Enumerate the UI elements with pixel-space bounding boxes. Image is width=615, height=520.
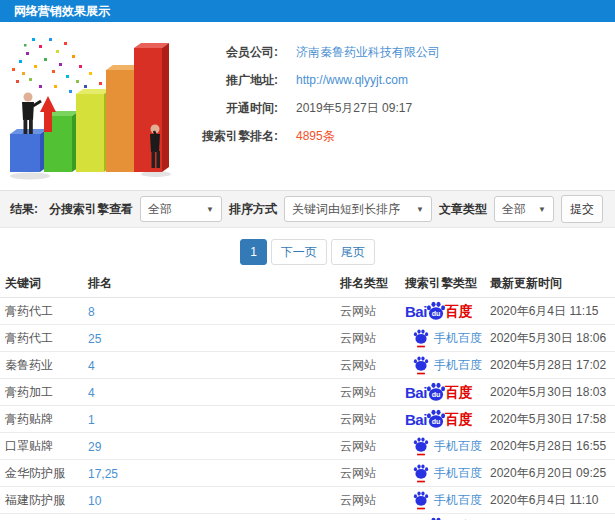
cell-rank-type: 云网站: [340, 411, 405, 428]
cell-engine: 手机百度: [405, 352, 490, 379]
cell-keyword: 口罩贴牌: [0, 438, 88, 455]
table-row: 金华防护服 17,25 云网站 手机百度 2020年6月20日 09:25: [0, 460, 615, 487]
businessman-right: [150, 125, 160, 169]
cell-rank-type: 云网站: [340, 357, 405, 374]
sort-label: 排序方式: [229, 201, 277, 218]
next-page-button[interactable]: 下一页: [271, 239, 327, 265]
engine-view-select[interactable]: 全部 ▼: [140, 196, 222, 222]
cell-rank[interactable]: 25: [88, 332, 340, 346]
result-label: 结果:: [10, 201, 38, 218]
cell-rank[interactable]: 17,25: [88, 467, 340, 481]
cell-updated: 2020年5月30日 17:58: [490, 411, 615, 428]
rank-count-value: 4895条: [296, 128, 335, 145]
mobile-baidu-label: 手机百度: [434, 330, 482, 347]
baidu-logo[interactable]: Baidu百度: [405, 409, 473, 431]
cell-updated: 2020年6月20日 09:25: [490, 465, 615, 482]
chevron-down-icon: ▼: [416, 205, 424, 214]
cell-updated: 2020年5月28日 16:55: [490, 438, 615, 455]
cell-updated: 2020年5月28日 17:02: [490, 357, 615, 374]
cell-rank[interactable]: 1: [88, 413, 340, 427]
mobile-baidu-logo[interactable]: 手机百度: [413, 329, 482, 348]
summary-section: 会员公司: 济南秦鲁药业科技有限公司 推广地址: http://www.qlyy…: [0, 22, 615, 190]
cell-engine: 手机百度: [405, 433, 490, 460]
baidu-logo[interactable]: Baidu百度: [405, 301, 473, 323]
cell-rank[interactable]: 4: [88, 386, 340, 400]
table-row: 膏药代工 8 云网站 Baidu百度 2020年6月4日 11:15: [0, 298, 615, 325]
cell-keyword: 福建防护服: [0, 492, 88, 509]
cell-keyword: 膏药代工: [0, 303, 88, 320]
cell-keyword: 膏药代工: [0, 330, 88, 347]
chevron-down-icon: ▼: [538, 205, 546, 214]
businessman-left: [22, 93, 41, 135]
article-type-select[interactable]: 全部 ▼: [494, 196, 554, 222]
table-row: 膏药加工 4 云网站 Baidu百度 2020年5月30日 18:03: [0, 379, 615, 406]
cell-engine: Baidu百度: [405, 298, 490, 325]
baidu-logo-cn: 百度: [445, 303, 473, 321]
cell-rank[interactable]: 4: [88, 359, 340, 373]
col-header-rank-type: 排名类型: [340, 275, 405, 292]
baidu-logo-cn: 百度: [445, 384, 473, 402]
info-row-url: 推广地址: http://www.qlyyjt.com: [178, 66, 440, 94]
svg-text:du: du: [432, 391, 441, 399]
pagination: 1 下一页 尾页: [0, 239, 615, 265]
cell-rank[interactable]: 8: [88, 305, 340, 319]
baidu-logo-bai: Bai: [405, 384, 427, 401]
last-page-button[interactable]: 尾页: [331, 239, 375, 265]
table-row: 福建防护服 10 云网站 手机百度 2020年6月4日 11:10: [0, 487, 615, 514]
member-info-panel: 会员公司: 济南秦鲁药业科技有限公司 推广地址: http://www.qlyy…: [178, 30, 440, 190]
sort-select[interactable]: 关键词由短到长排序 ▼: [284, 196, 432, 222]
promo-url-value[interactable]: http://www.qlyyjt.com: [296, 73, 408, 87]
cell-rank[interactable]: 10: [88, 494, 340, 508]
col-header-keyword: 关键词: [0, 275, 88, 292]
marketing-clipart-image: [0, 30, 178, 190]
cell-engine: 手机百度: [405, 460, 490, 487]
promo-url-label: 推广地址:: [178, 72, 278, 89]
cell-keyword: 膏药贴牌: [0, 411, 88, 428]
table-row: 膏药代工 25 云网站 手机百度 2020年5月30日 18:06: [0, 325, 615, 352]
chevron-down-icon: ▼: [206, 205, 214, 214]
svg-text:du: du: [432, 310, 441, 318]
info-row-rank-count: 搜索引擎排名: 4895条: [178, 122, 440, 150]
mobile-baidu-label: 手机百度: [434, 357, 482, 374]
baidu-logo[interactable]: Baidu百度: [405, 382, 473, 404]
cell-rank-type: 云网站: [340, 303, 405, 320]
filter-bar: 结果: 分搜索引擎查看 全部 ▼ 排序方式 关键词由短到长排序 ▼ 文章类型 全…: [0, 190, 615, 228]
cell-keyword: 膏药加工: [0, 384, 88, 401]
engine-view-label: 分搜索引擎查看: [49, 201, 133, 218]
cell-engine: Baidu百度: [405, 406, 490, 433]
col-header-rank: 排名: [88, 275, 340, 292]
mobile-baidu-logo[interactable]: 手机百度: [413, 437, 482, 456]
rank-count-label: 搜索引擎排名:: [178, 128, 278, 145]
keyword-ranking-table: 关键词 排名 排名类型 搜索引擎类型 最新更新时间 膏药代工 8 云网站 Bai…: [0, 270, 615, 520]
cell-engine: Baidu百度: [405, 379, 490, 406]
cell-rank-type: 云网站: [340, 438, 405, 455]
article-type-selected: 全部: [502, 201, 530, 218]
cell-updated: 2020年6月4日 11:10: [490, 492, 615, 509]
table-row: 口罩贴牌 29 云网站 手机百度 2020年5月28日 16:55: [0, 433, 615, 460]
page-button-current[interactable]: 1: [240, 239, 267, 265]
table-header: 关键词 排名 排名类型 搜索引擎类型 最新更新时间: [0, 270, 615, 298]
member-company-value[interactable]: 济南秦鲁药业科技有限公司: [296, 44, 440, 61]
marketing-report-page: 网络营销效果展示: [0, 0, 615, 520]
cell-rank-type: 云网站: [340, 384, 405, 401]
engine-view-selected: 全部: [148, 201, 198, 218]
mobile-baidu-logo[interactable]: 手机百度: [413, 356, 482, 375]
mobile-baidu-logo[interactable]: 手机百度: [413, 491, 482, 510]
cell-keyword: 金华防护服: [0, 465, 88, 482]
baidu-logo[interactable]: Baidu百度: [405, 517, 473, 520]
cell-engine: 手机百度: [405, 487, 490, 514]
filter-controls: 分搜索引擎查看 全部 ▼ 排序方式 关键词由短到长排序 ▼ 文章类型 全部 ▼ …: [49, 195, 603, 223]
cell-rank[interactable]: 29: [88, 440, 340, 454]
baidu-logo-bai: Bai: [405, 411, 427, 428]
open-time-value: 2019年5月27日 09:17: [296, 100, 412, 117]
mobile-baidu-logo[interactable]: 手机百度: [413, 464, 482, 483]
cell-engine: Baidu百度: [405, 514, 490, 520]
bar-blue: [10, 129, 47, 172]
submit-button[interactable]: 提交: [561, 195, 603, 223]
mobile-baidu-label: 手机百度: [434, 492, 482, 509]
cell-rank-type: 云网站: [340, 492, 405, 509]
sort-selected: 关键词由短到长排序: [292, 201, 408, 218]
cell-rank-type: 云网站: [340, 330, 405, 347]
table-row: 膏药贴牌 1 云网站 Baidu百度 2020年5月30日 17:58: [0, 406, 615, 433]
cell-rank-type: 云网站: [340, 465, 405, 482]
